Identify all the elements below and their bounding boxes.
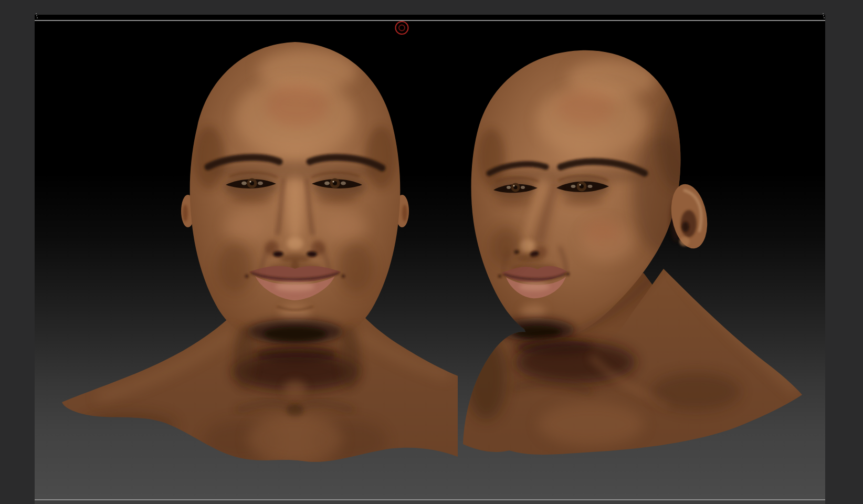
canvas-bottom-strip [35, 500, 825, 504]
sculpt-head-three-quarter[interactable] [463, 50, 802, 455]
sculpt-viewport[interactable] [35, 21, 825, 499]
canvas-corner-grip[interactable] [823, 13, 824, 14]
model-canvas[interactable] [35, 21, 825, 499]
canvas-corner-grip[interactable] [36, 13, 37, 14]
canvas-top-strip [35, 15, 825, 20]
sculpt-head-front[interactable] [62, 42, 458, 464]
pivot-indicator-icon [396, 22, 408, 34]
right-ear-shadow [402, 205, 407, 222]
window-frame [0, 0, 863, 504]
left-ear-shadow [183, 205, 188, 222]
